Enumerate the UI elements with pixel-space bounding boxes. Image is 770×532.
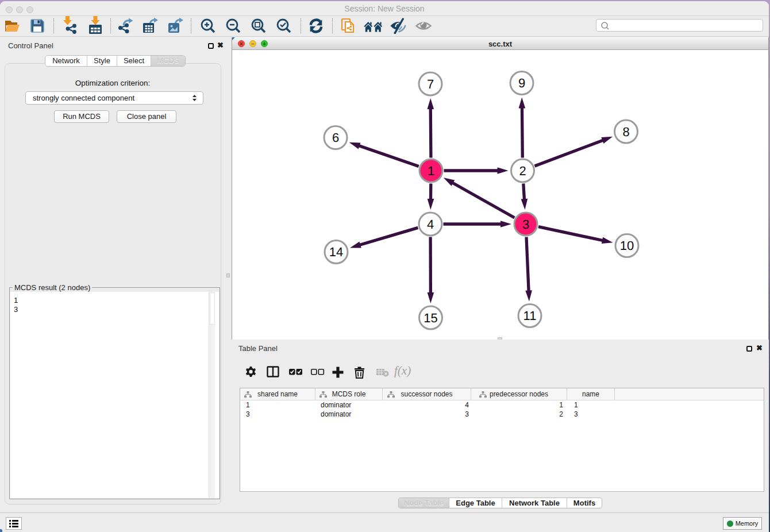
svg-text:11: 11	[523, 309, 537, 323]
svg-text:3: 3	[522, 217, 529, 232]
svg-text:14: 14	[329, 245, 343, 259]
svg-text:2: 2	[519, 164, 526, 178]
svg-text:15: 15	[424, 311, 437, 325]
svg-text:4: 4	[427, 217, 434, 232]
svg-text:1: 1	[428, 164, 434, 178]
svg-text:10: 10	[620, 238, 634, 253]
svg-text:7: 7	[427, 77, 434, 91]
svg-text:9: 9	[518, 76, 525, 90]
svg-text:8: 8	[622, 125, 629, 139]
svg-text:6: 6	[332, 130, 339, 145]
